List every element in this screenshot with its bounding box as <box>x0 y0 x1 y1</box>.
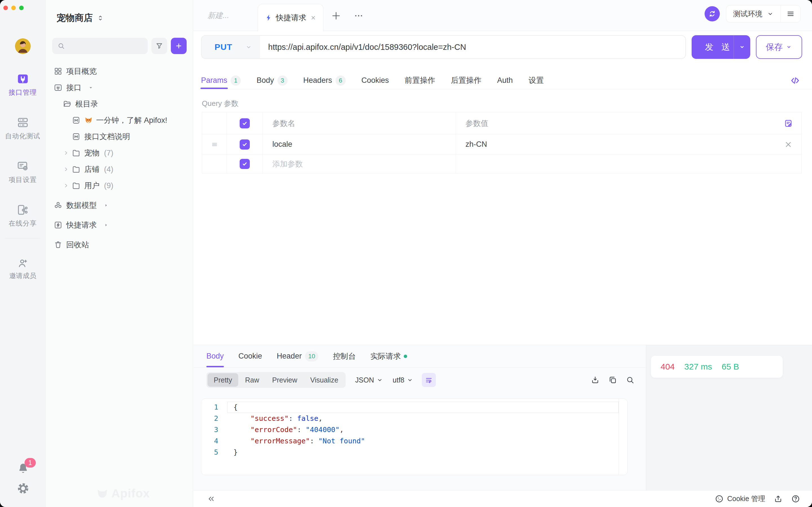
check-icon <box>241 161 248 167</box>
copy-icon[interactable] <box>608 376 617 385</box>
minimize-window-button[interactable] <box>11 6 16 10</box>
response-tabs: BodyCookieHeader10控制台实际请求 <box>193 345 646 368</box>
tree-item[interactable]: 数据模型 <box>46 197 193 214</box>
view-mode-pretty[interactable]: Pretty <box>207 373 238 387</box>
tree-item[interactable]: 宠物(7) <box>46 145 193 161</box>
help-icon[interactable] <box>791 494 800 503</box>
tree-item[interactable]: 接口文档说明 <box>46 128 193 145</box>
method-select[interactable]: PUT <box>202 36 260 58</box>
bulk-edit-icon[interactable] <box>784 119 793 128</box>
add-button[interactable] <box>171 38 187 54</box>
search-input[interactable] <box>68 42 143 50</box>
add-param-row[interactable]: 添加参数 <box>202 155 801 173</box>
rail-item-api-manage[interactable]: 接口管理 <box>0 70 45 114</box>
request-tab-label: 后置操作 <box>451 72 481 89</box>
search-icon[interactable] <box>626 376 635 385</box>
tree-item[interactable]: 接口 <box>46 79 193 96</box>
zoom-window-button[interactable] <box>19 6 24 10</box>
line-number: 5 <box>201 447 226 458</box>
tree-item[interactable]: 店铺(4) <box>46 161 193 177</box>
tab-quick-request[interactable]: 快捷请求 <box>258 4 323 31</box>
response-tab-body[interactable]: Body <box>206 345 224 367</box>
add-param-value[interactable] <box>456 155 801 173</box>
response-tab-header[interactable]: Header10 <box>277 345 318 367</box>
more-tabs-button[interactable] <box>353 10 364 21</box>
cookie-manager-button[interactable]: Cookie 管理 <box>715 494 765 503</box>
environment-select[interactable]: 测试环境 <box>726 5 781 22</box>
new-tab-placeholder[interactable]: 新建... <box>207 0 229 31</box>
notifications-button[interactable]: 1 <box>17 462 30 475</box>
request-tab-params[interactable]: Params1 <box>201 72 241 89</box>
user-avatar[interactable] <box>15 38 31 54</box>
settings-button[interactable] <box>17 482 29 495</box>
tree-item-label: 接口文档说明 <box>84 131 130 142</box>
tree-item[interactable]: 一分钟，了解 Apifox! <box>46 112 193 128</box>
rail-item-project-settings[interactable]: 项目设置 <box>0 158 45 202</box>
response-tab-控制台[interactable]: 控制台 <box>333 345 356 367</box>
trash-icon <box>54 240 62 249</box>
request-tab-前置操作[interactable]: 前置操作 <box>405 72 435 89</box>
tree-item[interactable]: 用户(9) <box>46 177 193 194</box>
code-token: , <box>318 414 322 422</box>
chevron-right-icon[interactable] <box>63 182 69 189</box>
tab-count-badge: 10 <box>305 351 318 361</box>
row-checkbox[interactable] <box>240 139 250 150</box>
row-checkbox[interactable] <box>240 159 250 169</box>
select-all-checkbox[interactable] <box>240 118 250 128</box>
automation-test-icon <box>17 116 29 129</box>
request-tab-设置[interactable]: 设置 <box>529 72 544 89</box>
close-tab-icon[interactable] <box>310 14 317 21</box>
param-name-input[interactable]: locale <box>263 134 456 154</box>
download-icon[interactable] <box>591 376 600 385</box>
url-box: PUT https://api.apifox.cn/api/v1/doc/158… <box>201 35 686 59</box>
tree-item[interactable]: 项目概览 <box>46 63 193 79</box>
rail-item-automation-test[interactable]: 自动化测试 <box>0 114 45 158</box>
row-checkbox-cell <box>227 134 263 154</box>
collapse-sidebar-icon[interactable] <box>207 495 215 503</box>
tree-item[interactable]: 回收站 <box>46 237 193 253</box>
tree-item[interactable]: 根目录 <box>46 96 193 112</box>
delete-row-icon[interactable] <box>784 140 793 149</box>
response-tab-label: Body <box>206 352 224 360</box>
filter-button[interactable] <box>151 38 167 54</box>
format-select[interactable]: JSON <box>355 376 383 384</box>
invite-member-button[interactable]: 邀请成员 <box>0 258 45 280</box>
tree-item[interactable]: 快捷请求 <box>46 217 193 233</box>
unread-dot <box>404 355 407 358</box>
upload-icon[interactable] <box>774 494 783 503</box>
view-mode-preview[interactable]: Preview <box>266 373 303 387</box>
url-input[interactable]: https://api.apifox.cn/api/v1/doc/1589360… <box>260 36 686 58</box>
encoding-select[interactable]: utf8 <box>393 376 414 384</box>
chevron-right-icon[interactable] <box>63 166 69 172</box>
request-tab-auth[interactable]: Auth <box>497 72 513 89</box>
save-button[interactable]: 保存 <box>756 35 802 59</box>
add-param-input[interactable]: 添加参数 <box>263 155 456 173</box>
code-token <box>234 437 250 445</box>
environment-menu-button[interactable] <box>781 5 801 22</box>
project-switcher[interactable]: 宠物商店 <box>57 12 104 24</box>
add-tab-button[interactable] <box>331 10 342 21</box>
tree-item-label: 快捷请求 <box>66 220 97 230</box>
response-body-editor[interactable]: 1{2 "success": false,3 "errorCode": "404… <box>201 399 627 475</box>
code-view-icon[interactable] <box>790 75 800 86</box>
view-mode-visualize[interactable]: Visualize <box>304 373 345 387</box>
word-wrap-button[interactable] <box>422 373 436 387</box>
request-tab-cookies[interactable]: Cookies <box>361 72 389 89</box>
view-mode-raw[interactable]: Raw <box>239 373 265 387</box>
response-tab-实际请求[interactable]: 实际请求 <box>370 345 407 367</box>
rail-item-label: 项目设置 <box>9 175 37 184</box>
param-row[interactable]: locale zh-CN <box>202 134 801 155</box>
close-window-button[interactable] <box>3 6 8 10</box>
request-tab-后置操作[interactable]: 后置操作 <box>451 72 481 89</box>
drag-handle-icon[interactable] <box>210 140 219 149</box>
search-box[interactable] <box>52 38 148 54</box>
rail-item-online-share[interactable]: 在线分享 <box>0 202 45 245</box>
sync-button[interactable] <box>705 6 720 21</box>
response-tab-cookie[interactable]: Cookie <box>239 345 262 367</box>
send-button[interactable]: 发 送 <box>692 35 750 59</box>
param-value-input[interactable]: zh-CN <box>456 134 801 154</box>
chevron-down-icon[interactable] <box>734 43 750 51</box>
chevron-right-icon[interactable] <box>63 150 69 156</box>
request-tab-body[interactable]: Body3 <box>257 72 288 89</box>
request-tab-headers[interactable]: Headers6 <box>303 72 346 89</box>
